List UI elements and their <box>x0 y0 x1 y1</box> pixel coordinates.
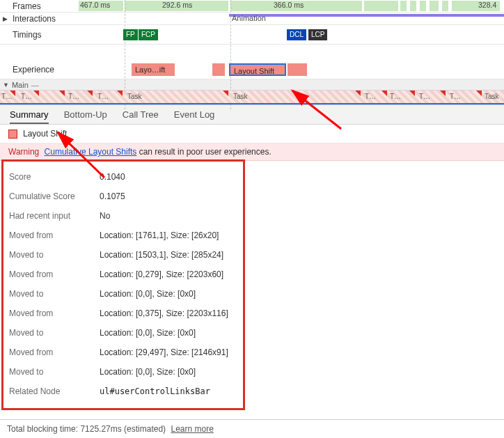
details-value: 0.1075 <box>100 191 125 201</box>
task-label: Task <box>127 93 142 100</box>
details-key: Moved to <box>9 367 100 377</box>
details-value: Location: [0,375], Size: [2203x116] <box>100 308 228 318</box>
details-row: Moved toLocation: [0,0], Size: [0x0] <box>9 362 236 382</box>
task-label: T… <box>450 93 461 100</box>
main-thread-header[interactable]: ▼ Main — <box>0 79 504 91</box>
task-label: T… <box>365 93 376 100</box>
details-tabs: Summary Bottom-Up Call Tree Event Log <box>0 105 504 125</box>
color-swatch-icon <box>8 130 17 139</box>
main-task-strip[interactable]: T… T… T… T… Task Task T… T… T… T… Task <box>0 91 504 104</box>
details-value: Location: [0,0], Size: [0x0] <box>100 289 196 299</box>
details-value: No <box>100 211 110 221</box>
task-label: T… <box>68 93 79 100</box>
timing-pill-lcp[interactable]: LCP <box>308 29 327 40</box>
timeline-row-experience[interactable]: Experience Layo…ift Layout Shift <box>0 60 504 79</box>
frame-duration: 366.0 ms <box>274 1 304 9</box>
details-key: Moved to <box>9 328 100 338</box>
details-row: Moved toLocation: [0,0], Size: [0x0] <box>9 284 236 304</box>
footer-bar: Total blocking time: 7125.27ms (estimate… <box>0 419 504 438</box>
layout-shift-event-small[interactable] <box>288 63 307 76</box>
timings-track[interactable]: FP FCP DCL LCP <box>79 25 504 44</box>
details-value: Location: [1761,1], Size: [26x20] <box>100 230 219 240</box>
details-key: Moved from <box>9 269 100 279</box>
details-row: Score0.1040 <box>9 167 236 187</box>
chevron-down-icon[interactable]: ▼ <box>3 81 9 88</box>
details-value: Location: [1503,1], Size: [285x24] <box>100 250 223 260</box>
task-label: Task <box>485 93 499 100</box>
details-value: Location: [0,279], Size: [2203x60] <box>100 269 223 279</box>
experience-track[interactable]: Layo…ift Layout Shift <box>79 60 504 79</box>
details-row: Related Nodeul#userControlLinksBar <box>9 382 236 401</box>
details-value: Location: [0,0], Size: [0x0] <box>100 367 196 377</box>
timing-pill-fp[interactable]: FP <box>123 29 138 40</box>
details-value: Location: [0,0], Size: [0x0] <box>100 328 196 338</box>
details-row: Moved fromLocation: [1761,1], Size: [26x… <box>9 226 236 245</box>
details-key: Related Node <box>9 386 100 396</box>
details-table: Score0.1040Cumulative Score0.1075Had rec… <box>1 159 245 410</box>
event-title: Layout Shift <box>23 129 67 139</box>
details-value: Location: [29,497], Size: [2146x91] <box>100 347 228 357</box>
tab-summary[interactable]: Summary <box>10 109 49 124</box>
frame-duration: 328.4 <box>478 1 496 9</box>
frame-duration: 467.0 ms <box>80 1 110 9</box>
tab-call-tree[interactable]: Call Tree <box>123 109 159 124</box>
timing-pill-fcp[interactable]: FCP <box>139 29 158 40</box>
details-row: Moved toLocation: [1503,1], Size: [285x2… <box>9 245 236 265</box>
details-key: Moved to <box>9 250 100 260</box>
details-value: 0.1040 <box>100 172 125 182</box>
task-label: T… <box>21 93 32 100</box>
tab-event-log[interactable]: Event Log <box>174 109 215 124</box>
frames-track[interactable]: 467.0 ms 292.6 ms 366.0 ms 328.4 <box>79 0 504 12</box>
learn-more-link[interactable]: Learn more <box>171 424 213 434</box>
details-key: Moved from <box>9 347 100 357</box>
warning-bar: Warning Cumulative Layout Shifts can res… <box>0 143 504 161</box>
timeline-row-timings[interactable]: Timings FP FCP DCL LCP <box>0 25 504 45</box>
layout-shift-event[interactable]: Layo…ift <box>132 63 175 76</box>
task-label: Task <box>233 93 248 100</box>
chevron-right-icon[interactable]: ▶ <box>3 15 8 22</box>
timeline-panel[interactable]: Frames 467.0 ms 292.6 ms 366.0 ms 328.4 … <box>0 0 504 105</box>
details-row: Had recent inputNo <box>9 206 236 226</box>
related-node-link[interactable]: ul#userControlLinksBar <box>100 386 210 396</box>
layout-shift-event-small[interactable] <box>212 63 225 76</box>
tab-bottom-up[interactable]: Bottom-Up <box>64 109 107 124</box>
task-label: T… <box>390 93 401 100</box>
row-label-interactions: Interactions <box>13 14 79 24</box>
timing-pill-dcl[interactable]: DCL <box>287 29 306 40</box>
row-label-frames: Frames <box>13 1 79 11</box>
warning-label: Warning <box>8 147 39 157</box>
warning-link[interactable]: Cumulative Layout Shifts <box>45 147 137 157</box>
interactions-track[interactable]: Animation <box>79 13 504 24</box>
details-key: Had recent input <box>9 211 100 221</box>
timeline-spacer <box>0 45 504 60</box>
row-label-main: Main <box>12 81 29 89</box>
details-key: Moved to <box>9 289 100 299</box>
details-row: Moved toLocation: [0,0], Size: [0x0] <box>9 323 236 343</box>
event-title-row: Layout Shift <box>0 125 504 143</box>
timeline-row-interactions[interactable]: ▶ Interactions Animation <box>0 13 504 25</box>
animation-label: Animation <box>232 14 266 22</box>
animation-bar[interactable] <box>229 14 504 17</box>
layout-shift-event-selected[interactable]: Layout Shift <box>229 63 286 76</box>
details-key: Score <box>9 172 100 182</box>
blocking-time-text: Total blocking time: 7125.27ms (estimate… <box>7 424 166 434</box>
details-row: Moved fromLocation: [0,375], Size: [2203… <box>9 304 236 323</box>
task-label: T… <box>97 93 109 100</box>
details-row: Moved fromLocation: [0,279], Size: [2203… <box>9 265 236 284</box>
details-key: Moved from <box>9 230 100 240</box>
timeline-row-frames[interactable]: Frames 467.0 ms 292.6 ms 366.0 ms 328.4 <box>0 0 504 13</box>
row-label-experience: Experience <box>13 65 79 75</box>
details-row: Moved fromLocation: [29,497], Size: [214… <box>9 343 236 362</box>
row-label-timings: Timings <box>13 30 79 40</box>
details-row: Cumulative Score0.1075 <box>9 187 236 206</box>
frame-duration: 292.6 ms <box>162 1 192 9</box>
details-key: Cumulative Score <box>9 191 100 201</box>
task-label: T… <box>419 93 430 100</box>
main-dash: — <box>31 81 39 89</box>
task-label: T… <box>1 93 13 100</box>
warning-tail: can result in poor user experiences. <box>136 147 271 157</box>
details-key: Moved from <box>9 308 100 318</box>
